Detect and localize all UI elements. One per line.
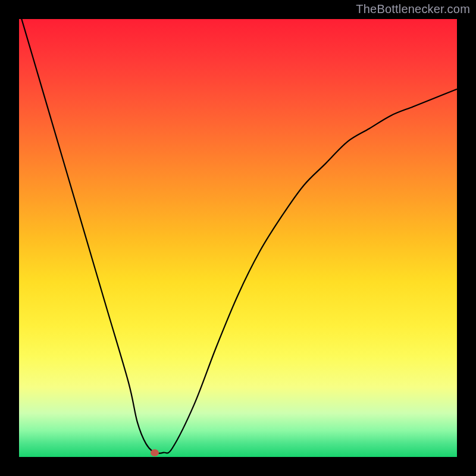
chart-frame: TheBottlenecker.com — [0, 0, 476, 476]
curve-svg — [19, 19, 457, 457]
bottleneck-curve — [19, 19, 457, 453]
plot-area — [19, 19, 457, 457]
watermark-text: TheBottlenecker.com — [356, 2, 470, 16]
minimum-marker — [151, 449, 159, 456]
